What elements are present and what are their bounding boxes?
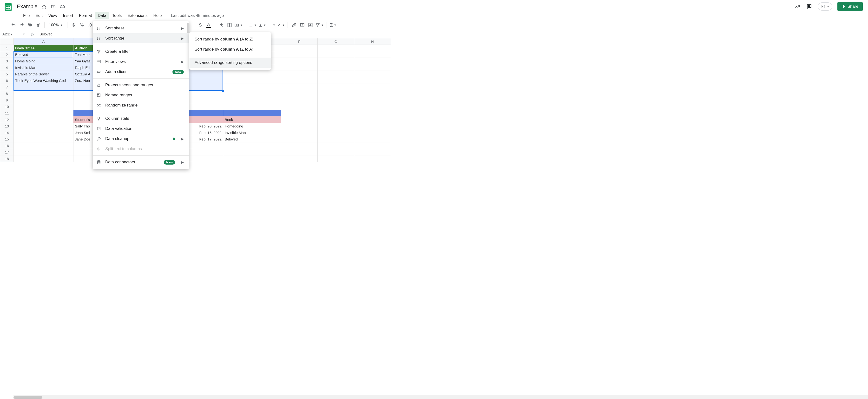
cell[interactable] <box>318 84 354 90</box>
menu-help[interactable]: Help <box>150 12 164 19</box>
cell[interactable] <box>281 64 318 71</box>
cell[interactable] <box>223 71 281 78</box>
row-header[interactable]: 18 <box>0 155 14 162</box>
cell[interactable] <box>318 155 354 162</box>
cell[interactable] <box>354 97 391 103</box>
cell[interactable]: Invisible Man <box>223 129 281 136</box>
cell[interactable]: Beloved <box>14 51 73 58</box>
cell[interactable] <box>14 97 73 103</box>
cell[interactable] <box>223 149 281 155</box>
print-icon[interactable] <box>27 22 33 28</box>
cell[interactable] <box>223 90 281 97</box>
cell[interactable] <box>354 136 391 143</box>
cell[interactable]: Homegoing <box>223 123 281 129</box>
insert-link-icon[interactable] <box>291 22 298 28</box>
cell[interactable] <box>354 103 391 110</box>
cell[interactable] <box>354 45 391 51</box>
menu-extensions[interactable]: Extensions <box>125 12 150 19</box>
menu-tools[interactable]: Tools <box>110 12 125 19</box>
col-header[interactable]: H <box>354 38 391 45</box>
cell[interactable] <box>14 116 73 123</box>
text-wrap-icon[interactable]: ▼ <box>267 22 275 28</box>
row-header[interactable]: 11 <box>0 110 14 116</box>
cell[interactable] <box>14 143 73 149</box>
row-header[interactable]: 15 <box>0 136 14 143</box>
row-header[interactable]: 9 <box>0 97 14 103</box>
menu-sort-range[interactable]: Sort range ▶ <box>93 33 189 43</box>
sort-range-za[interactable]: Sort range by column A (Z to A) <box>189 44 271 55</box>
cell[interactable] <box>318 136 354 143</box>
comments-icon[interactable] <box>806 3 813 10</box>
select-all-corner[interactable] <box>0 38 14 45</box>
cell[interactable] <box>354 84 391 90</box>
borders-icon[interactable] <box>226 22 233 28</box>
decrease-decimal-icon[interactable]: .0 <box>87 22 93 28</box>
menu-edit[interactable]: Edit <box>32 12 45 19</box>
row-header[interactable]: 1 <box>0 45 14 51</box>
cell[interactable] <box>281 84 318 90</box>
cell[interactable]: Book Titles <box>14 45 73 51</box>
cell[interactable] <box>318 71 354 78</box>
document-title[interactable]: Example <box>14 3 40 10</box>
cell[interactable] <box>354 149 391 155</box>
menu-file[interactable]: File <box>20 12 32 19</box>
menu-view[interactable]: View <box>45 12 60 19</box>
menu-data-connectors[interactable]: Data connectors New ▶ <box>93 157 189 167</box>
menu-sort-sheet[interactable]: Sort sheet ▶ <box>93 23 189 33</box>
insert-chart-icon[interactable] <box>307 22 314 28</box>
last-edit-link[interactable]: Last edit was 45 minutes ago <box>171 13 224 18</box>
cell[interactable]: Book <box>223 116 281 123</box>
filter-icon[interactable]: ▼ <box>315 22 324 28</box>
row-header[interactable]: 16 <box>0 143 14 149</box>
present-button[interactable]: ▼ <box>818 2 832 10</box>
cell[interactable] <box>14 155 73 162</box>
cell[interactable] <box>281 58 318 64</box>
horizontal-align-icon[interactable]: ▼ <box>249 22 257 28</box>
cell[interactable] <box>281 45 318 51</box>
menu-named-ranges[interactable]: Named ranges <box>93 90 189 100</box>
cell[interactable] <box>14 84 73 90</box>
vertical-align-icon[interactable]: ▼ <box>258 22 266 28</box>
cell[interactable] <box>223 78 281 84</box>
row-header[interactable]: 7 <box>0 84 14 90</box>
name-box[interactable]: A2:D7 ▼ <box>0 32 28 36</box>
cell[interactable] <box>318 110 354 116</box>
cell[interactable] <box>354 143 391 149</box>
cell[interactable] <box>281 90 318 97</box>
format-currency-icon[interactable]: $ <box>70 22 77 28</box>
row-header[interactable]: 3 <box>0 58 14 64</box>
undo-icon[interactable] <box>10 22 17 28</box>
sort-range-az[interactable]: Sort range by column A (A to Z) <box>189 34 271 44</box>
cell[interactable] <box>223 143 281 149</box>
row-header[interactable]: 6 <box>0 78 14 84</box>
cell[interactable] <box>14 123 73 129</box>
cell[interactable] <box>281 78 318 84</box>
menu-insert[interactable]: Insert <box>60 12 76 19</box>
cell[interactable] <box>354 123 391 129</box>
cloud-status-icon[interactable] <box>60 4 65 9</box>
cell[interactable]: Beloved <box>223 136 281 143</box>
cell[interactable] <box>223 84 281 90</box>
move-icon[interactable] <box>51 4 56 9</box>
scrollbar-thumb[interactable] <box>13 396 42 399</box>
row-header[interactable]: 4 <box>0 64 14 71</box>
zoom-select[interactable]: 100%▼ <box>48 23 64 27</box>
cell[interactable] <box>354 58 391 64</box>
cell[interactable] <box>318 78 354 84</box>
cell[interactable] <box>318 64 354 71</box>
cell[interactable] <box>14 129 73 136</box>
cell[interactable] <box>223 110 281 116</box>
row-header[interactable]: 13 <box>0 123 14 129</box>
cell[interactable] <box>223 103 281 110</box>
advanced-range-sorting[interactable]: Advanced range sorting options <box>189 58 271 68</box>
cell[interactable] <box>281 129 318 136</box>
cell[interactable] <box>354 71 391 78</box>
row-header[interactable]: 5 <box>0 71 14 78</box>
cell[interactable] <box>354 78 391 84</box>
redo-icon[interactable] <box>18 22 25 28</box>
cell[interactable] <box>318 129 354 136</box>
cell[interactable] <box>281 123 318 129</box>
cell[interactable] <box>223 97 281 103</box>
cell[interactable] <box>354 64 391 71</box>
cell[interactable] <box>281 155 318 162</box>
